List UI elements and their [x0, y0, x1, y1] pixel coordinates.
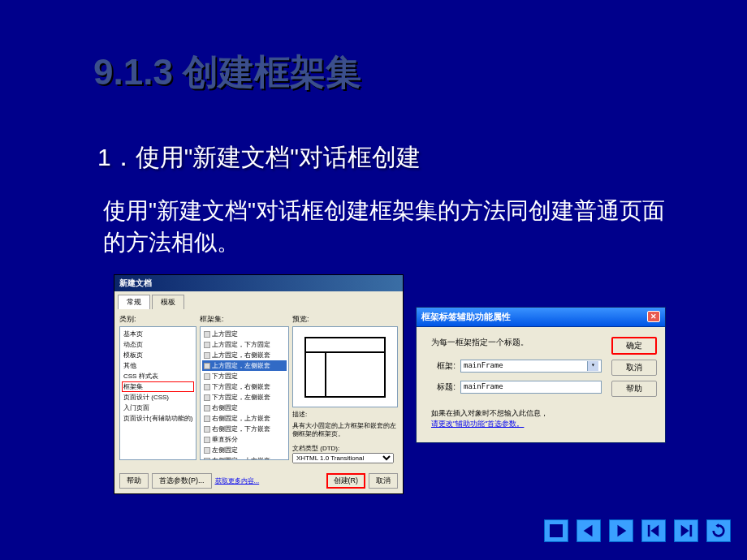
- note-text: 如果在插入对象时不想输入此信息， 请更改"辅助功能"首选参数。: [431, 408, 602, 429]
- list-item[interactable]: 上方固定，右侧嵌套: [202, 350, 287, 360]
- close-icon[interactable]: ✕: [647, 311, 660, 322]
- dialog2-title: 框架标签辅助功能属性: [421, 311, 511, 323]
- instruction-text: 为每一框架指定一个标题。: [431, 337, 602, 348]
- svg-marker-4: [681, 525, 689, 536]
- return-button[interactable]: [706, 519, 731, 542]
- list-item[interactable]: 右侧固定: [202, 403, 287, 413]
- return-icon: [711, 523, 726, 538]
- frameset-header: 框架集:: [200, 314, 289, 325]
- slide-heading: 9.1.3 创建框架集: [93, 49, 666, 97]
- svg-rect-5: [690, 525, 693, 536]
- list-item[interactable]: CSS 样式表: [122, 371, 194, 381]
- more-content-link[interactable]: 获取更多内容...: [215, 476, 260, 485]
- frame-select[interactable]: mainFrame ▾: [460, 360, 602, 373]
- preview-label: 预览:: [292, 314, 398, 325]
- category-header: 类别:: [119, 314, 196, 325]
- list-item[interactable]: 页面设计(有辅助功能的): [122, 413, 194, 424]
- cancel-button[interactable]: 取消: [369, 473, 398, 489]
- file-icon: [204, 416, 210, 422]
- ok-button[interactable]: 确定: [611, 337, 657, 355]
- list-item[interactable]: 左侧固定: [202, 445, 287, 455]
- file-icon: [204, 342, 210, 348]
- category-list[interactable]: 基本页 动态页 模板页 其他 CSS 样式表 框架集 页面设计 (CSS) 入门…: [119, 326, 196, 460]
- title-input[interactable]: mainFrame: [460, 381, 602, 394]
- last-button[interactable]: [674, 519, 698, 542]
- list-item[interactable]: 上方固定，下方固定: [202, 339, 287, 350]
- description-text: 具有大小固定的上方框架和嵌套的左侧框架的框架页。: [292, 422, 398, 437]
- list-item[interactable]: 模板页: [122, 350, 194, 360]
- list-item[interactable]: 页面设计 (CSS): [122, 392, 194, 403]
- list-item[interactable]: 其他: [122, 360, 194, 371]
- stop-icon: [550, 524, 563, 537]
- svg-marker-6: [715, 523, 719, 528]
- list-item[interactable]: 右侧固定，下方嵌套: [202, 424, 287, 434]
- file-icon: [204, 352, 210, 359]
- list-item[interactable]: 左侧固定，上方嵌套: [202, 455, 287, 460]
- new-document-dialog: 新建文档 常规 模板 类别: 基本页 动态页 模板页 其他 CSS 样式表 框架…: [114, 274, 404, 494]
- last-icon: [679, 523, 693, 538]
- file-icon: [204, 426, 210, 433]
- tab-template[interactable]: 模板: [152, 295, 184, 309]
- list-item-frameset[interactable]: 框架集: [122, 381, 194, 392]
- prev-icon: [581, 523, 596, 538]
- file-icon: [204, 331, 210, 338]
- frameset-preview-icon: [304, 337, 386, 398]
- dialog1-titlebar[interactable]: 新建文档: [114, 275, 403, 291]
- list-item[interactable]: 右侧固定，上方嵌套: [202, 413, 287, 424]
- list-item[interactable]: 垂直拆分: [202, 434, 287, 445]
- list-item[interactable]: 动态页: [122, 339, 194, 350]
- slide-body: 使用"新建文档"对话框创建框架集的方法同创建普通页面的方法相似。: [103, 195, 666, 258]
- list-item[interactable]: 下方固定，左侧嵌套: [202, 392, 287, 403]
- prefs-link[interactable]: 请更改"辅助功能"首选参数。: [431, 420, 524, 428]
- frame-accessibility-dialog: 框架标签辅助功能属性 ✕ 为每一框架指定一个标题。 框架: mainFrame …: [416, 307, 666, 442]
- first-button[interactable]: [641, 519, 666, 542]
- file-icon: [204, 363, 210, 369]
- svg-rect-2: [648, 525, 650, 536]
- svg-marker-3: [650, 525, 658, 536]
- title-label: 标题:: [431, 381, 456, 393]
- next-icon: [614, 523, 628, 538]
- svg-marker-0: [584, 525, 593, 536]
- help-button[interactable]: 帮助: [119, 473, 149, 489]
- file-icon: [204, 458, 210, 460]
- list-item[interactable]: 下方固定，右侧嵌套: [202, 381, 287, 392]
- cancel-button[interactable]: 取消: [611, 360, 657, 376]
- dtd-label: 文档类型 (DTD):: [292, 444, 398, 453]
- list-item[interactable]: 基本页: [122, 329, 194, 339]
- file-icon: [204, 394, 210, 401]
- list-item-selected[interactable]: 上方固定，左侧嵌套: [202, 360, 287, 371]
- file-icon: [204, 405, 210, 411]
- next-button[interactable]: [609, 519, 633, 542]
- stop-button[interactable]: [544, 519, 568, 542]
- help-button[interactable]: 帮助: [611, 381, 657, 397]
- slide-nav: [544, 519, 731, 542]
- frameset-list[interactable]: 上方固定 上方固定，下方固定 上方固定，右侧嵌套 上方固定，左侧嵌套 下方固定 …: [200, 326, 289, 460]
- dtd-select[interactable]: XHTML 1.0 Transitional: [292, 453, 394, 463]
- svg-marker-1: [618, 525, 627, 536]
- list-item[interactable]: 上方固定: [202, 329, 287, 339]
- list-item[interactable]: 入门页面: [122, 403, 194, 413]
- chevron-down-icon[interactable]: ▾: [587, 361, 598, 371]
- first-icon: [646, 523, 661, 538]
- dialog2-titlebar[interactable]: 框架标签辅助功能属性 ✕: [417, 308, 665, 327]
- file-icon: [204, 384, 210, 390]
- file-icon: [204, 437, 210, 443]
- preview-pane: [292, 326, 398, 407]
- create-button[interactable]: 创建(R): [326, 473, 366, 489]
- tab-general[interactable]: 常规: [118, 295, 150, 309]
- slide-subtitle: 1．使用"新建文档"对话框创建: [97, 141, 666, 174]
- file-icon: [204, 447, 210, 454]
- list-item[interactable]: 下方固定: [202, 371, 287, 381]
- prefs-button[interactable]: 首选参数(P)...: [152, 473, 212, 489]
- file-icon: [204, 373, 210, 380]
- prev-button[interactable]: [576, 519, 601, 542]
- description-label: 描述:: [292, 411, 398, 419]
- frame-label: 框架:: [431, 360, 456, 372]
